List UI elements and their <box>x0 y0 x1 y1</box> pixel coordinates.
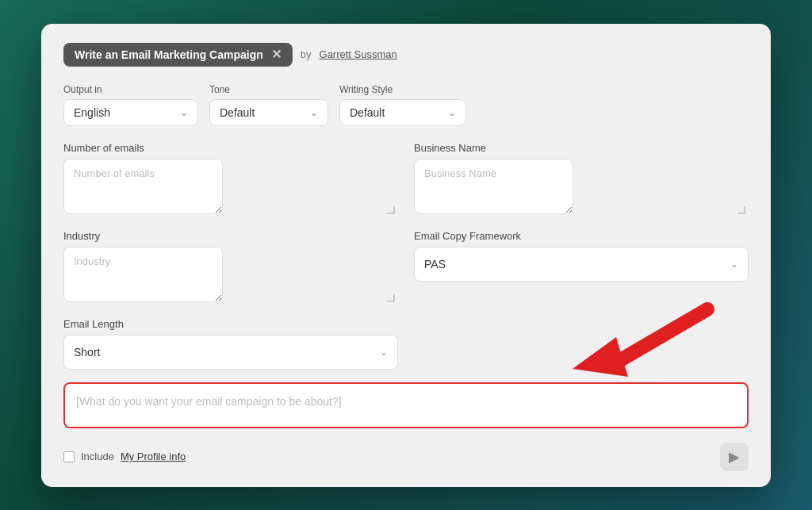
svg-marker-1 <box>573 337 628 377</box>
campaign-wrapper <box>63 382 749 431</box>
business-wrap <box>414 159 749 217</box>
arrow-container <box>549 293 723 384</box>
chevron-down-icon: ⌄ <box>730 259 738 270</box>
include-label: Include <box>81 451 114 462</box>
resize-handle <box>387 294 395 302</box>
tone-value: Default <box>220 106 255 119</box>
tone-dropdown[interactable]: Default ⌄ <box>209 99 328 126</box>
chevron-down-icon: ⌄ <box>310 107 318 118</box>
output-control: Output in English ⌄ <box>63 84 198 126</box>
industry-label: Industry <box>63 230 398 242</box>
writing-dropdown[interactable]: Default ⌄ <box>339 99 466 126</box>
send-icon: ▶ <box>729 448 740 466</box>
business-input[interactable] <box>414 159 573 214</box>
profile-checkbox[interactable] <box>63 451 75 462</box>
profile-check: Include My Profile info <box>63 451 186 462</box>
by-text: by <box>301 48 312 60</box>
red-arrow-svg <box>549 293 723 381</box>
chevron-down-icon: ⌄ <box>448 107 456 118</box>
writing-value: Default <box>350 106 385 119</box>
industry-wrap <box>63 247 398 305</box>
framework-dropdown[interactable]: PAS ⌄ <box>414 247 749 282</box>
output-dropdown[interactable]: English ⌄ <box>63 99 198 126</box>
business-group: Business Name <box>414 142 749 217</box>
writing-label: Writing Style <box>339 84 466 95</box>
framework-group: Email Copy Framework PAS ⌄ <box>414 230 749 305</box>
send-button[interactable]: ▶ <box>720 443 749 471</box>
modal-header: Write an Email Marketing Campaign ✕ by G… <box>63 43 749 67</box>
writing-control: Writing Style Default ⌄ <box>339 84 466 126</box>
svg-line-0 <box>612 309 707 365</box>
num-emails-group: Number of emails <box>63 142 398 217</box>
chevron-down-icon: ⌄ <box>380 347 388 358</box>
framework-value: PAS <box>424 258 446 270</box>
resize-handle <box>737 206 745 214</box>
industry-input[interactable] <box>63 247 223 302</box>
resize-handle <box>387 206 395 214</box>
close-icon[interactable]: ✕ <box>271 48 282 61</box>
chevron-down-icon: ⌄ <box>180 107 188 118</box>
email-length-value: Short <box>74 346 100 359</box>
num-emails-input[interactable] <box>63 159 223 214</box>
tone-control: Tone Default ⌄ <box>209 84 328 126</box>
modal-footer: Include My Profile info ▶ <box>63 443 749 471</box>
author-link[interactable]: Garrett Sussman <box>320 48 397 60</box>
industry-group: Industry <box>63 230 398 305</box>
fields-grid: Number of emails Business Name Industry <box>63 142 749 305</box>
business-label: Business Name <box>414 142 749 154</box>
tab-pill[interactable]: Write an Email Marketing Campaign ✕ <box>63 43 293 67</box>
profile-link[interactable]: My Profile info <box>121 451 186 462</box>
framework-label: Email Copy Framework <box>414 230 749 242</box>
tone-label: Tone <box>209 84 328 95</box>
tab-title: Write an Email Marketing Campaign <box>75 48 263 61</box>
output-label: Output in <box>63 84 198 95</box>
email-length-group: Email Length Short ⌄ <box>63 318 398 370</box>
num-emails-wrap <box>63 159 398 217</box>
output-value: English <box>74 106 110 119</box>
email-length-dropdown[interactable]: Short ⌄ <box>63 335 398 370</box>
campaign-input[interactable] <box>63 382 749 428</box>
num-emails-label: Number of emails <box>63 142 398 154</box>
controls-row: Output in English ⌄ Tone Default ⌄ Writi… <box>63 84 749 126</box>
email-length-label: Email Length <box>63 318 398 330</box>
modal-container: Write an Email Marketing Campaign ✕ by G… <box>41 24 771 487</box>
